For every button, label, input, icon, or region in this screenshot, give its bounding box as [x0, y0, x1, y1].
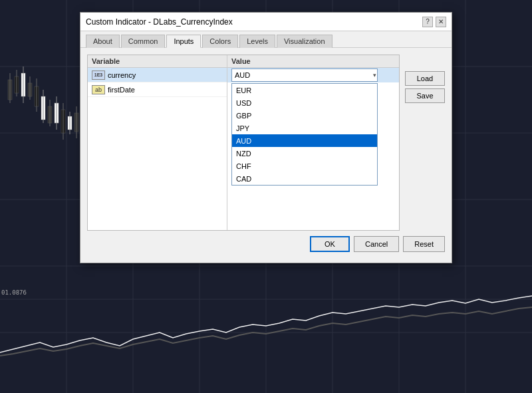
dropdown-option-cad[interactable]: CAD	[232, 172, 377, 185]
reset-button[interactable]: Reset	[403, 236, 445, 252]
title-bar-left: Custom Indicator - DLabs_CurrencyIndex	[86, 17, 233, 27]
load-button[interactable]: Load	[405, 71, 445, 86]
title-bar: Custom Indicator - DLabs_CurrencyIndex ?…	[80, 13, 452, 31]
dropdown-option-eur[interactable]: EUR	[232, 84, 377, 96]
dropdown-option-nzd[interactable]: NZD	[232, 147, 377, 160]
dropdown-option-chf[interactable]: CHF	[232, 160, 377, 172]
save-button[interactable]: Save	[405, 88, 445, 103]
tab-bar: About Common Inputs Colors Levels Visual…	[80, 31, 452, 48]
tab-common[interactable]: Common	[121, 35, 166, 48]
currency-dropdown[interactable]: AUD ▾ EUR	[231, 68, 378, 82]
variable-name-firstdate: firstDate	[108, 86, 135, 94]
variable-name-currency: currency	[108, 71, 136, 79]
dropdown-display[interactable]: AUD ▾	[231, 68, 378, 82]
dropdown-option-usd[interactable]: USD	[232, 96, 377, 109]
cancel-button[interactable]: Cancel	[354, 236, 399, 252]
action-buttons: OK Cancel Reset	[87, 236, 445, 256]
left-content: Variable 1E3 currency	[87, 55, 400, 231]
variable-panel: Variable 1E3 currency	[88, 55, 227, 230]
right-content: Load Save	[405, 55, 445, 231]
tab-about[interactable]: About	[86, 35, 120, 48]
dialog-window: Custom Indicator - DLabs_CurrencyIndex ?…	[80, 12, 452, 263]
tab-inputs[interactable]: Inputs	[166, 35, 201, 48]
string-icon: ab	[92, 85, 105, 94]
inputs-table: Variable 1E3 currency	[87, 55, 400, 231]
value-row-currency: AUD ▾ EUR	[227, 68, 399, 82]
dropdown-list: EUR USD GBP	[231, 83, 378, 186]
content-layout: Variable 1E3 currency	[87, 55, 445, 231]
variable-empty-space	[88, 97, 227, 230]
tab-visualization[interactable]: Visualization	[277, 35, 332, 48]
title-bar-controls: ? ✕	[422, 17, 446, 27]
variable-row-firstdate[interactable]: ab firstDate	[88, 82, 227, 97]
tab-colors[interactable]: Colors	[202, 35, 238, 48]
dropdown-option-jpy[interactable]: JPY	[232, 122, 377, 134]
dialog-title: Custom Indicator - DLabs_CurrencyIndex	[86, 17, 233, 27]
variable-row-currency[interactable]: 1E3 currency	[88, 68, 227, 82]
integer-icon: 1E3	[92, 70, 105, 80]
help-button[interactable]: ?	[422, 17, 433, 27]
dialog-content: Variable 1E3 currency	[80, 48, 452, 263]
dropdown-option-gbp[interactable]: GBP	[232, 109, 377, 122]
dropdown-arrow-icon: ▾	[373, 72, 376, 78]
ok-button[interactable]: OK	[310, 236, 350, 252]
variable-header: Variable	[88, 55, 227, 68]
dialog-overlay: Custom Indicator - DLabs_CurrencyIndex ?…	[0, 0, 532, 393]
tab-levels[interactable]: Levels	[239, 35, 275, 48]
value-panel: Value AUD ▾	[227, 55, 399, 230]
value-header: Value	[227, 55, 399, 68]
close-button[interactable]: ✕	[436, 17, 446, 27]
dropdown-option-aud[interactable]: AUD	[232, 134, 377, 147]
